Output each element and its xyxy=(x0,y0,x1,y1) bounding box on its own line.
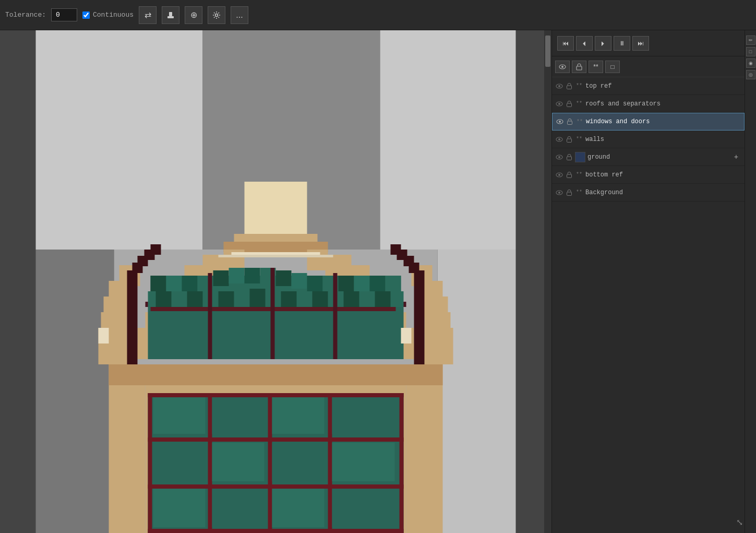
edge-tool-4[interactable]: ◎ xyxy=(746,70,755,79)
layer-link-icon: ** xyxy=(575,135,583,144)
svg-rect-96 xyxy=(400,393,404,533)
layer-eye-btn[interactable] xyxy=(555,61,570,73)
layer-lock-icon[interactable] xyxy=(566,118,573,125)
svg-point-126 xyxy=(558,138,560,140)
svg-rect-92 xyxy=(148,393,152,533)
svg-rect-70 xyxy=(344,291,359,307)
layer-lock-btn[interactable] xyxy=(572,61,586,73)
svg-rect-81 xyxy=(151,244,161,255)
svg-rect-8 xyxy=(438,250,516,533)
timeline-first-btn[interactable]: ⏮ xyxy=(557,36,574,51)
layer-lock-icon[interactable] xyxy=(566,153,573,161)
layer-visibility-icon[interactable] xyxy=(555,100,563,108)
canvas-scrollbar[interactable] xyxy=(544,30,551,533)
svg-rect-10 xyxy=(406,364,443,533)
canvas-area[interactable] xyxy=(0,30,551,533)
tolerance-input[interactable] xyxy=(51,8,77,21)
layer-link-icon: ** xyxy=(575,171,583,179)
timeline-play-btn[interactable]: ⏵ xyxy=(595,36,611,51)
svg-rect-51 xyxy=(213,270,229,286)
layer-row[interactable]: ** roofs and separators xyxy=(552,95,745,113)
svg-rect-89 xyxy=(148,437,404,442)
edge-tool-1[interactable]: ✏ xyxy=(746,35,755,45)
svg-rect-101 xyxy=(153,443,206,481)
svg-rect-0 xyxy=(167,16,174,18)
layer-row[interactable]: ** walls xyxy=(552,131,745,148)
edge-tool-3[interactable]: ◉ xyxy=(746,58,755,68)
svg-rect-11 xyxy=(109,364,443,385)
layer-link-icon: ** xyxy=(575,100,583,108)
layer-add-btn[interactable]: + xyxy=(731,152,741,162)
layer-visibility-icon[interactable] xyxy=(555,153,563,161)
continuous-checkbox-area: Continuous xyxy=(82,11,134,19)
svg-rect-99 xyxy=(272,397,325,434)
timeline-pause-btn[interactable]: ⏸ xyxy=(614,36,630,51)
layer-name: Background xyxy=(585,189,741,196)
layer-name: top ref xyxy=(585,82,741,90)
stamp-btn[interactable] xyxy=(162,6,179,24)
svg-rect-68 xyxy=(281,291,297,307)
layer-row-active[interactable]: ** windows and doors xyxy=(552,113,745,131)
layer-row[interactable]: ** bottom ref xyxy=(552,166,745,184)
svg-rect-106 xyxy=(212,489,265,527)
timeline-last-btn[interactable]: ⏭ xyxy=(632,36,649,51)
layer-row[interactable]: ground + xyxy=(552,148,745,166)
svg-rect-110 xyxy=(219,255,333,257)
continuous-checkbox[interactable] xyxy=(82,11,90,19)
svg-rect-47 xyxy=(151,276,166,291)
layer-link-icon: ** xyxy=(575,117,584,126)
edge-tool-2[interactable]: □ xyxy=(746,47,755,56)
layer-name: ground xyxy=(587,153,729,161)
layer-link-btn[interactable]: ** xyxy=(589,61,603,73)
svg-rect-60 xyxy=(354,276,370,291)
layer-visibility-icon[interactable] xyxy=(556,117,564,126)
layer-lock-icon[interactable] xyxy=(566,136,573,143)
svg-rect-94 xyxy=(268,393,272,533)
right-edge-tools: ✏ □ ◉ ◎ xyxy=(745,30,756,533)
svg-rect-18 xyxy=(99,349,130,364)
svg-rect-64 xyxy=(156,291,172,307)
timeline-prev-btn[interactable]: ⏴ xyxy=(576,36,593,51)
svg-rect-97 xyxy=(153,397,206,434)
svg-rect-1 xyxy=(169,12,172,16)
layer-row[interactable]: ** top ref xyxy=(552,77,745,95)
svg-rect-61 xyxy=(370,276,386,291)
main-layout: ⏮ ⏴ ⏵ ⏸ ⏭ ** □ xyxy=(0,30,756,533)
svg-rect-55 xyxy=(276,270,292,286)
layer-lock-icon[interactable] xyxy=(566,82,573,90)
layer-lock-icon[interactable] xyxy=(566,100,573,108)
svg-rect-98 xyxy=(212,397,265,434)
more-btn[interactable]: ... xyxy=(231,6,248,24)
svg-rect-130 xyxy=(567,157,572,160)
svg-rect-115 xyxy=(577,66,582,70)
svg-rect-49 xyxy=(182,276,198,291)
layer-square-btn[interactable]: □ xyxy=(605,61,620,73)
crosshair-btn[interactable]: ⊕ xyxy=(185,6,202,24)
svg-rect-82 xyxy=(414,270,425,364)
layer-visibility-icon[interactable] xyxy=(555,135,563,144)
gear-btn[interactable] xyxy=(208,6,225,24)
layer-visibility-icon[interactable] xyxy=(555,171,563,179)
layer-lock-icon[interactable] xyxy=(566,171,573,179)
svg-rect-95 xyxy=(328,393,332,533)
scrollbar-thumb[interactable] xyxy=(545,35,550,67)
layer-lock-icon[interactable] xyxy=(566,189,573,196)
transform-btn[interactable]: ⇄ xyxy=(139,6,157,24)
layer-visibility-icon[interactable] xyxy=(555,82,563,90)
svg-rect-48 xyxy=(166,276,182,291)
svg-rect-118 xyxy=(567,86,572,89)
svg-rect-112 xyxy=(401,328,412,344)
svg-rect-56 xyxy=(292,273,307,289)
svg-rect-65 xyxy=(187,291,203,307)
svg-rect-88 xyxy=(148,393,404,397)
pixel-canvas xyxy=(0,30,551,533)
layer-name: bottom ref xyxy=(585,171,741,179)
svg-point-114 xyxy=(561,66,563,68)
svg-rect-121 xyxy=(567,103,572,107)
svg-rect-66 xyxy=(219,291,234,307)
svg-rect-124 xyxy=(568,121,572,125)
svg-rect-93 xyxy=(208,393,212,533)
layer-visibility-icon[interactable] xyxy=(555,188,563,197)
layer-row[interactable]: ** Background xyxy=(552,184,745,202)
svg-rect-62 xyxy=(386,276,401,291)
